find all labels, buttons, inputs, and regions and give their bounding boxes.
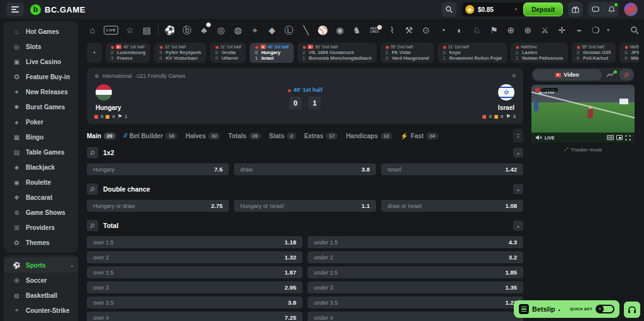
odds-button-israel[interactable]: Israel1.42	[381, 163, 523, 175]
ticker-card-gnistan-pelikarhut[interactable]: ◉55' 2nd half 2Gnistan O35 0Peli-Karhut	[572, 43, 616, 63]
pin-button[interactable]: ⚲	[87, 147, 98, 158]
sidebar-item-poker[interactable]: ♠Poker	[4, 114, 78, 129]
user-avatar[interactable]	[624, 3, 638, 16]
tab-bet-builder[interactable]: //Bet Builder18	[124, 133, 177, 139]
mute-icon[interactable]	[535, 134, 542, 141]
ticker-card-vidar-vard[interactable]: ◉55' 2nd half 2FK Vidar 0Vard Haugesund	[380, 43, 434, 63]
sidebar-item-sports[interactable]: ⚽Sports▴	[4, 258, 78, 273]
pin-video-button[interactable]: ⚲	[619, 69, 633, 80]
nav-darts-icon[interactable]: ⊛	[522, 24, 533, 36]
collapse-section-button[interactable]: ▴	[513, 220, 523, 231]
nav-blitz-icon[interactable]: ⌁	[573, 24, 584, 36]
ticker-card-lasten-nokian[interactable]: ◉Halftime 1Lasten 1Nokian Palloseura	[511, 43, 568, 63]
nav-wrestling-icon[interactable]: ⚔	[539, 24, 550, 36]
live-matches-icon[interactable]: LIVE	[104, 26, 118, 35]
odds-button-over-3-5[interactable]: over 3.53.8	[87, 297, 303, 308]
ticker-card-keps-rovaniemi[interactable]: ◉11' 1st half 0Keps 1Rovaniemi Rollon Po…	[438, 43, 507, 63]
sidebar-item-hot-games[interactable]: ♨Hot Games	[4, 24, 78, 39]
tab-fast[interactable]: ⚡Fast24	[401, 133, 438, 139]
nav-table-tennis-icon[interactable]: ◔	[437, 24, 448, 36]
sidebar-item-soccer[interactable]: ⊕Soccer	[4, 273, 78, 288]
sidebar-item-live-casino[interactable]: ▣Live Casino	[4, 54, 78, 69]
picture-in-picture-icon[interactable]	[616, 135, 623, 140]
odds-button-hungary-or-draw[interactable]: Hungary or draw2.75	[87, 200, 229, 212]
sidebar-item-bingo[interactable]: ▦Bingo	[4, 129, 78, 144]
nav-heat-lines-icon[interactable]: HEAT LINES♨	[368, 27, 380, 34]
sidebar-item-providers[interactable]: ⊞Providers	[4, 220, 78, 235]
nav-cricket-icon[interactable]: ╲	[300, 24, 311, 36]
wallet-caret-icon[interactable]: ▾	[515, 7, 518, 12]
nav-tennis-game-icon[interactable]: ❍	[590, 24, 601, 36]
bonus-gift-button[interactable]	[568, 2, 583, 17]
chat-button[interactable]	[588, 2, 603, 17]
header-search-button[interactable]	[441, 2, 457, 17]
nav-baseball-icon[interactable]: ⚾	[317, 24, 328, 36]
nav-horse-racing-icon[interactable]: ♞	[351, 24, 362, 36]
sidebar-item-roulette[interactable]: ◉Roulette	[4, 175, 78, 190]
favorite-star-icon[interactable]: ★	[511, 72, 517, 80]
nav-tennis-icon[interactable]: ◎	[215, 24, 226, 36]
odds-button-over-3[interactable]: over 32.95	[87, 281, 303, 293]
quick-bet-toggle[interactable]: +	[596, 305, 614, 313]
odds-button-over-2[interactable]: over 21.32	[87, 251, 303, 263]
wallet-balance[interactable]: ◆ $0.85 ▾ Deposit	[462, 3, 563, 16]
hamburger-menu-icon[interactable]	[6, 3, 24, 16]
ticker-card-hungary-israel-selected[interactable]: ◉40' 1st half 0Hungary 1Israel	[250, 43, 294, 63]
tab-halves[interactable]: Halves32	[186, 133, 220, 139]
betslip-bar[interactable]: Betslip ▴ QUICK BET +	[514, 300, 619, 318]
stats-view-button[interactable]	[603, 69, 618, 80]
sidebar-item-themes[interactable]: ✿Themes	[4, 235, 78, 250]
pin-button[interactable]: ⚲	[87, 183, 98, 195]
theater-mode-button[interactable]: ⤢ Theater mode	[531, 146, 635, 153]
tab-extras[interactable]: Extras17	[304, 133, 338, 139]
odds-button-over-4[interactable]: over 47.25	[87, 312, 303, 321]
nav-more-caret-icon[interactable]: ▾	[607, 28, 609, 33]
ticker-card-osnabruck-gladbach[interactable]: ◉83' 2nd half 2VfL 1899 Osnabruck 1Borus…	[297, 43, 377, 63]
ticker-card-fylkir-kv[interactable]: ◉12' 1st half 0Fylkir Reykjavik 0KV Vest…	[154, 43, 206, 63]
fullscreen-icon[interactable]	[625, 135, 631, 141]
odds-button-draw[interactable]: draw3.8	[234, 163, 376, 175]
nav-fighting-game-icon[interactable]: ✛	[556, 24, 567, 36]
sidebar-item-basketball[interactable]: ◍Basketball	[4, 288, 78, 303]
tab-video[interactable]: Video	[533, 69, 602, 80]
odds-button-draw-or-israel[interactable]: draw or Israel1.08	[381, 200, 523, 212]
tab-handicaps[interactable]: Handicaps12	[346, 133, 392, 139]
bc-game-logo[interactable]: b BC.GAME	[30, 4, 86, 15]
odds-button-under-2[interactable]: under 23.2	[308, 251, 523, 263]
nav-casino-icon[interactable]: ♣♨	[198, 24, 209, 36]
ticker-card-jps-mikkelin[interactable]: ◉Halftime 0JPS 0Mikkelin Pallo-Kissat	[619, 43, 639, 63]
nav-chess-icon[interactable]: ♘	[471, 24, 482, 36]
odds-button-under-3-5[interactable]: under 3.51.22	[308, 297, 523, 308]
sidebar-item-burst-games[interactable]: ✸Burst Games	[4, 99, 78, 114]
collapse-section-button[interactable]: ▴	[513, 148, 523, 158]
nav-volleyball-icon[interactable]: ◉	[334, 24, 345, 36]
favorites-star-icon[interactable]: ☆	[124, 24, 135, 36]
sidebar-item-counter-strike[interactable]: ⌖Counter-Strike	[4, 303, 78, 318]
nav-racing-flag-icon[interactable]: ⚑	[488, 24, 499, 36]
nav-counter-strike-icon[interactable]: ⌖	[249, 24, 260, 36]
odds-button-under-3[interactable]: under 31.35	[308, 281, 523, 293]
odds-button-hungary-or-israel[interactable]: Hungary or Israel1.1	[234, 200, 376, 212]
nav-basketball-icon[interactable]: ◍	[232, 24, 243, 36]
bell-button[interactable]	[604, 2, 619, 17]
ticker-dropdown-button[interactable]: ▾	[87, 43, 102, 63]
ticker-card-luxembourg-france[interactable]: ◉40' 1st half 0Luxembourg 3France	[106, 43, 150, 63]
sidebar-item-slots[interactable]: ◎Slots	[4, 39, 78, 54]
sidebar-item-game-shows[interactable]: ⊛Game Shows	[4, 205, 78, 220]
tab-totals[interactable]: Totals28	[228, 133, 261, 139]
pin-button[interactable]: ⚲	[87, 220, 98, 231]
nav-penalty-shootout-icon[interactable]: ⊕	[505, 24, 516, 36]
odds-button-over-1-5[interactable]: over 1.51.18	[87, 236, 303, 248]
nav-boxing-icon[interactable]: ⚒	[403, 24, 414, 36]
odds-button-over-2-5[interactable]: over 2.51.87	[87, 266, 303, 278]
sidebar-item-dota-2[interactable]: ◪Dota 2	[4, 318, 78, 321]
home-icon[interactable]: ⌂	[87, 24, 98, 36]
nav-bc-originals-icon[interactable]: ⓑ	[181, 24, 192, 36]
nav-soccer-icon[interactable]: ⚽	[164, 24, 175, 36]
odds-button-under-1-5[interactable]: under 1.54.3	[308, 236, 523, 248]
my-bets-icon[interactable]: ▤	[141, 24, 152, 36]
sidebar-item-baccarat[interactable]: ❖Baccarat	[4, 190, 78, 205]
collapse-all-button[interactable]: ▴▾	[513, 129, 523, 143]
sidebar-item-feature-buy-in[interactable]: ✪Feature Buy-in	[4, 69, 78, 84]
support-button[interactable]	[624, 302, 640, 318]
